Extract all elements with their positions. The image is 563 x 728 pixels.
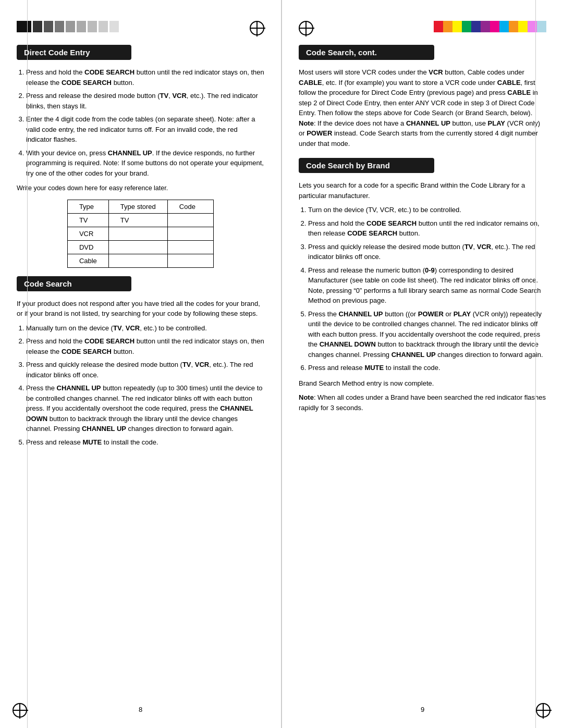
code-search-brand-section: Code Search by Brand Lets you search for…: [299, 158, 546, 413]
rbar-10: [518, 21, 528, 32]
type-stored-tv: TV: [108, 213, 167, 227]
cs-step-1: Manually turn on the device (TV, VCR, et…: [26, 323, 264, 334]
rbar-1: [434, 21, 443, 32]
bar-1: [17, 21, 31, 32]
page-container: Direct Code Entry Press and hold the COD…: [0, 0, 563, 728]
code-search-steps: Manually turn on the device (TV, VCR, et…: [17, 323, 264, 448]
col-code: Code: [167, 200, 213, 213]
csb-step-1: Turn on the device (TV, VCR, etc.) to be…: [308, 205, 546, 215]
type-stored-dvd: [108, 240, 167, 254]
code-dvd: [167, 240, 213, 254]
bar-9: [109, 21, 119, 32]
code-tv: [167, 213, 213, 227]
code-search-brand-steps: Turn on the device (TV, VCR, etc.) to be…: [299, 205, 546, 373]
step-2: Press and release the desired mode butto…: [26, 91, 264, 111]
code-search-brand-intro: Lets you search for a code for a specifi…: [299, 180, 546, 201]
left-page-header: [17, 21, 264, 35]
csb-step-6: Press and release MUTE to install the co…: [308, 363, 546, 373]
table-row: TV TV: [67, 213, 213, 227]
right-color-bars: [434, 21, 546, 32]
code-search-brand-heading: Code Search by Brand: [299, 158, 434, 173]
brand-search-note: Note: When all codes under a Brand have …: [299, 392, 546, 413]
left-page-number: 8: [0, 706, 281, 713]
direct-code-entry-heading: Direct Code Entry: [17, 45, 131, 60]
bar-4: [55, 21, 64, 32]
rbar-5: [471, 21, 481, 32]
left-content: Direct Code Entry Press and hold the COD…: [17, 45, 264, 447]
table-row: VCR: [67, 227, 213, 240]
direct-code-entry-section: Direct Code Entry Press and hold the COD…: [17, 45, 264, 268]
brand-search-closing: Brand Search Method entry is now complet…: [299, 378, 546, 389]
step-1: Press and hold the CODE SEARCH button un…: [26, 67, 264, 88]
type-vcr: VCR: [67, 227, 108, 240]
bar-6: [77, 21, 86, 32]
code-search-section: Code Search If your product does not res…: [17, 276, 264, 448]
crosshair-right: [250, 21, 264, 35]
right-page-header: [299, 21, 546, 35]
csb-step-3: Press and quickly release the desired mo…: [308, 242, 546, 262]
right-page-number: 9: [282, 706, 563, 713]
right-margin-line: [535, 0, 536, 728]
write-codes-note: Write your codes down here for easy refe…: [17, 183, 264, 193]
code-reference-table: Type Type stored Code TV TV V: [67, 200, 214, 268]
cs-step-5: Press and release MUTE to install the co…: [26, 437, 264, 448]
left-page: Direct Code Entry Press and hold the COD…: [0, 0, 281, 728]
rbar-4: [462, 21, 471, 32]
bar-5: [66, 21, 75, 32]
bar-7: [88, 21, 97, 32]
rbar-9: [509, 21, 518, 32]
rbar-8: [499, 21, 509, 32]
cs-step-4: Press the CHANNEL UP button repeatedly (…: [26, 383, 264, 434]
code-vcr: [167, 227, 213, 240]
rbar-2: [443, 21, 452, 32]
type-stored-vcr: [108, 227, 167, 240]
page-num-right: 9: [421, 706, 424, 713]
direct-code-entry-steps: Press and hold the CODE SEARCH button un…: [17, 67, 264, 178]
type-dvd: DVD: [67, 240, 108, 254]
code-search-cont-section: Code Search, cont. Most users will store…: [299, 45, 546, 149]
cs-step-2: Press and hold the CODE SEARCH button un…: [26, 336, 264, 356]
table-row: Cable: [67, 254, 213, 267]
rbar-3: [452, 21, 462, 32]
table-row: DVD: [67, 240, 213, 254]
bar-2: [33, 21, 42, 32]
rbar-12: [537, 21, 546, 32]
csb-step-5: Press the CHANNEL UP button ((or POWER o…: [308, 309, 546, 360]
type-cable: Cable: [67, 254, 108, 267]
code-cable: [167, 254, 213, 267]
rbar-7: [490, 21, 499, 32]
col-type: Type: [67, 200, 108, 213]
type-stored-cable: [108, 254, 167, 267]
left-margin-line: [27, 0, 28, 728]
table-header-row: Type Type stored Code: [67, 200, 213, 213]
right-page: Code Search, cont. Most users will store…: [282, 0, 563, 728]
csb-step-2: Press and hold the CODE SEARCH button un…: [308, 218, 546, 239]
type-tv: TV: [67, 213, 108, 227]
bar-8: [99, 21, 108, 32]
page-num-left: 8: [139, 706, 142, 713]
code-search-cont-body: Most users will store VCR codes under th…: [299, 67, 546, 149]
code-search-heading: Code Search: [17, 276, 131, 291]
right-content: Code Search, cont. Most users will store…: [299, 45, 546, 413]
crosshair-left: [299, 21, 313, 35]
cs-step-3: Press and quickly release the desired mo…: [26, 360, 264, 380]
bottom-left-crosshair: [13, 703, 27, 718]
left-color-bars: [17, 21, 119, 32]
code-search-cont-heading: Code Search, cont.: [299, 45, 434, 60]
rbar-6: [481, 21, 490, 32]
code-search-intro: If your product does not respond after y…: [17, 299, 264, 319]
step-3: Enter the 4 digit code from the code tab…: [26, 114, 264, 145]
bar-3: [44, 21, 53, 32]
csb-step-4: Press and release the numeric button (0-…: [308, 265, 546, 306]
step-4: With your device on, press CHANNEL UP. I…: [26, 148, 264, 179]
bottom-right-crosshair: [536, 703, 550, 718]
col-type-stored: Type stored: [108, 200, 167, 213]
